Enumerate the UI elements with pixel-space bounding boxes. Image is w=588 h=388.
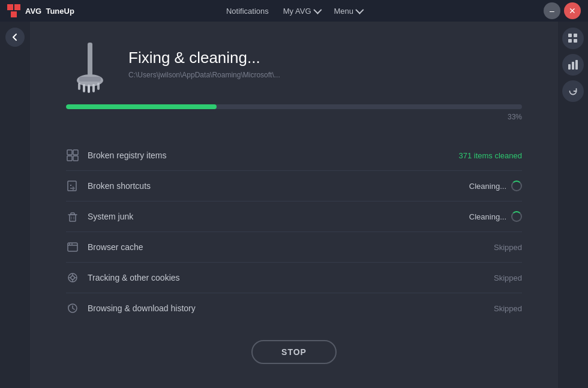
progress-percentage: 33% — [66, 113, 522, 121]
nav-my-avg[interactable]: My AVG — [283, 7, 320, 16]
left-sidebar — [0, 22, 30, 388]
item-status: 371 items cleaned — [458, 151, 522, 160]
svg-point-22 — [71, 243, 73, 245]
list-item: Tracking & other cookies Skipped — [66, 263, 522, 293]
svg-rect-34 — [568, 64, 571, 70]
chart-button[interactable] — [562, 54, 584, 76]
stop-button[interactable]: STOP — [251, 340, 337, 364]
list-item-left: Tracking & other cookies — [66, 271, 180, 284]
app-brand: AVG TuneUp — [25, 7, 74, 16]
list-item-left: Broken shortcuts — [66, 179, 151, 193]
minimize-button[interactable]: – — [544, 2, 560, 19]
item-status: Skipped — [494, 273, 522, 282]
svg-rect-8 — [92, 84, 95, 92]
svg-rect-12 — [73, 150, 78, 155]
titlebar-controls: – ✕ — [544, 2, 581, 19]
svg-rect-7 — [88, 85, 90, 93]
svg-rect-16 — [70, 215, 76, 221]
svg-rect-0 — [7, 4, 13, 10]
titlebar-nav: Notifications My AVG Menu — [226, 7, 362, 16]
svg-rect-2 — [11, 11, 17, 17]
broom-icon — [66, 40, 114, 88]
svg-rect-5 — [78, 83, 80, 90]
refresh-icon — [568, 86, 578, 97]
stop-button-container: STOP — [251, 340, 337, 364]
svg-rect-11 — [67, 150, 72, 155]
titlebar-left: AVG TuneUp — [7, 4, 74, 17]
item-status: Cleaning... — [469, 181, 522, 191]
svg-point-21 — [69, 243, 70, 245]
svg-rect-35 — [572, 62, 574, 70]
content-area: Fixing & cleaning... C:\Users\jwilson\Ap… — [30, 22, 558, 388]
trash-icon — [66, 210, 79, 223]
svg-rect-31 — [574, 34, 577, 37]
fixing-title: Fixing & cleaning... — [128, 49, 522, 67]
logo-text: AVG — [25, 7, 41, 16]
app-logo — [7, 4, 20, 17]
shortcut-icon — [66, 179, 79, 193]
svg-rect-6 — [83, 84, 85, 92]
history-icon — [66, 302, 79, 315]
list-item-left: Browser cache — [66, 240, 143, 254]
svg-rect-32 — [568, 39, 572, 43]
back-arrow-icon — [11, 33, 19, 41]
item-status: Cleaning... — [469, 211, 522, 222]
main-layout: Fixing & cleaning... C:\Users\jwilson\Ap… — [0, 22, 588, 388]
list-item: Broken shortcuts Cleaning... — [66, 171, 522, 201]
nav-menu[interactable]: Menu — [334, 7, 362, 16]
registry-icon — [66, 149, 79, 162]
svg-rect-36 — [575, 60, 578, 70]
item-label: Tracking & other cookies — [88, 273, 180, 282]
back-button[interactable] — [5, 28, 25, 47]
progress-section: 33% — [66, 104, 522, 121]
svg-rect-33 — [574, 39, 577, 43]
svg-rect-9 — [97, 83, 100, 90]
right-sidebar — [558, 22, 588, 388]
progress-fill — [66, 104, 217, 109]
menu-label: Menu — [334, 7, 354, 16]
list-item-left: Browsing & download history — [66, 302, 196, 315]
item-status: Skipped — [494, 243, 522, 252]
svg-rect-14 — [73, 156, 78, 161]
titlebar: AVG TuneUp Notifications My AVG Menu – ✕ — [0, 0, 588, 22]
menu-chevron-icon — [355, 6, 364, 14]
svg-rect-1 — [14, 4, 20, 10]
tracking-icon — [66, 271, 79, 284]
list-item: Broken registry items 371 items cleaned — [66, 140, 522, 171]
item-label: Broken shortcuts — [88, 181, 151, 191]
svg-point-24 — [71, 276, 74, 279]
item-status: Skipped — [494, 304, 522, 313]
item-label: Browsing & download history — [88, 303, 196, 313]
list-item: System junk Cleaning... — [66, 201, 522, 232]
items-list: Broken registry items 371 items cleaned … — [66, 140, 522, 323]
svg-rect-13 — [67, 156, 72, 161]
list-item: Browsing & download history Skipped — [66, 293, 522, 323]
list-item-left: System junk — [66, 210, 133, 223]
my-avg-label: My AVG — [283, 7, 311, 16]
list-item-left: Broken registry items — [66, 149, 166, 162]
header-text: Fixing & cleaning... C:\Users\jwilson\Ap… — [128, 49, 522, 79]
list-item: Browser cache Skipped — [66, 232, 522, 263]
close-button[interactable]: ✕ — [564, 2, 581, 19]
grid-icon — [568, 33, 578, 44]
svg-rect-10 — [79, 77, 101, 82]
svg-rect-3 — [88, 43, 92, 76]
nav-notifications[interactable]: Notifications — [226, 7, 269, 16]
chart-icon — [568, 59, 578, 70]
cleaning-spinner — [511, 211, 522, 222]
my-avg-chevron-icon — [313, 6, 322, 14]
app-name: TuneUp — [46, 7, 74, 16]
cleaning-spinner — [511, 181, 522, 191]
header-section: Fixing & cleaning... C:\Users\jwilson\Ap… — [66, 40, 522, 88]
browser-icon — [66, 240, 79, 254]
item-label: Browser cache — [88, 242, 143, 252]
item-label: System junk — [88, 212, 133, 221]
progress-track — [66, 104, 522, 109]
grid-view-button[interactable] — [562, 28, 584, 49]
svg-rect-30 — [568, 34, 572, 37]
fixing-path: C:\Users\jwilson\AppData\Roaming\Microso… — [128, 71, 522, 79]
svg-rect-15 — [68, 181, 76, 191]
item-label: Broken registry items — [88, 151, 166, 160]
refresh-button[interactable] — [562, 80, 584, 102]
